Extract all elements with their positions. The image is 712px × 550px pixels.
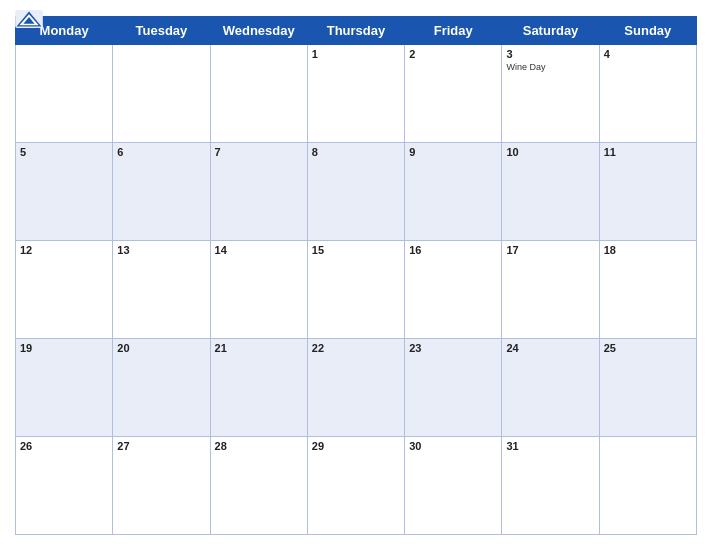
calendar-cell: 12	[16, 241, 113, 339]
calendar-cell: 18	[599, 241, 696, 339]
day-number: 2	[409, 48, 497, 60]
day-number: 18	[604, 244, 692, 256]
logo-icon	[15, 10, 43, 28]
calendar-week-row: 12131415161718	[16, 241, 697, 339]
day-number: 16	[409, 244, 497, 256]
calendar-cell: 1	[307, 45, 404, 143]
day-number: 6	[117, 146, 205, 158]
weekday-header-sunday: Sunday	[599, 17, 696, 45]
calendar-week-row: 262728293031	[16, 437, 697, 535]
calendar-week-row: 19202122232425	[16, 339, 697, 437]
calendar-cell	[113, 45, 210, 143]
weekday-header-row: MondayTuesdayWednesdayThursdayFridaySatu…	[16, 17, 697, 45]
calendar-cell: 6	[113, 143, 210, 241]
calendar-cell: 25	[599, 339, 696, 437]
day-number: 5	[20, 146, 108, 158]
calendar-cell: 20	[113, 339, 210, 437]
calendar-cell: 23	[405, 339, 502, 437]
calendar-cell: 27	[113, 437, 210, 535]
calendar-cell	[210, 45, 307, 143]
calendar-table: MondayTuesdayWednesdayThursdayFridaySatu…	[15, 16, 697, 535]
calendar-cell: 31	[502, 437, 599, 535]
calendar-cell: 17	[502, 241, 599, 339]
day-number: 23	[409, 342, 497, 354]
calendar-week-row: 567891011	[16, 143, 697, 241]
weekday-header-thursday: Thursday	[307, 17, 404, 45]
weekday-header-saturday: Saturday	[502, 17, 599, 45]
calendar-cell: 8	[307, 143, 404, 241]
calendar-cell: 2	[405, 45, 502, 143]
calendar-cell: 14	[210, 241, 307, 339]
day-number: 27	[117, 440, 205, 452]
calendar-cell: 7	[210, 143, 307, 241]
weekday-header-friday: Friday	[405, 17, 502, 45]
calendar-cell: 21	[210, 339, 307, 437]
calendar-cell	[599, 437, 696, 535]
day-number: 12	[20, 244, 108, 256]
calendar-cell: 16	[405, 241, 502, 339]
calendar-cell: 13	[113, 241, 210, 339]
calendar-cell: 22	[307, 339, 404, 437]
day-number: 10	[506, 146, 594, 158]
day-number: 22	[312, 342, 400, 354]
day-number: 11	[604, 146, 692, 158]
day-number: 21	[215, 342, 303, 354]
day-number: 4	[604, 48, 692, 60]
calendar-cell: 10	[502, 143, 599, 241]
day-number: 31	[506, 440, 594, 452]
calendar-tbody: 123Wine Day45678910111213141516171819202…	[16, 45, 697, 535]
day-number: 29	[312, 440, 400, 452]
calendar-cell: 26	[16, 437, 113, 535]
calendar-cell: 5	[16, 143, 113, 241]
day-number: 7	[215, 146, 303, 158]
day-number: 8	[312, 146, 400, 158]
calendar-thead: MondayTuesdayWednesdayThursdayFridaySatu…	[16, 17, 697, 45]
logo	[15, 10, 43, 29]
day-number: 24	[506, 342, 594, 354]
day-number: 30	[409, 440, 497, 452]
calendar-cell: 30	[405, 437, 502, 535]
day-number: 20	[117, 342, 205, 354]
calendar-cell	[16, 45, 113, 143]
calendar-wrapper: MondayTuesdayWednesdayThursdayFridaySatu…	[0, 0, 712, 550]
calendar-cell: 19	[16, 339, 113, 437]
day-number: 17	[506, 244, 594, 256]
weekday-header-tuesday: Tuesday	[113, 17, 210, 45]
day-number: 14	[215, 244, 303, 256]
calendar-week-row: 123Wine Day4	[16, 45, 697, 143]
calendar-cell: 15	[307, 241, 404, 339]
day-number: 25	[604, 342, 692, 354]
weekday-header-wednesday: Wednesday	[210, 17, 307, 45]
day-number: 9	[409, 146, 497, 158]
calendar-cell: 24	[502, 339, 599, 437]
calendar-cell: 11	[599, 143, 696, 241]
day-number: 15	[312, 244, 400, 256]
day-number: 1	[312, 48, 400, 60]
day-number: 19	[20, 342, 108, 354]
day-number: 28	[215, 440, 303, 452]
holiday-label: Wine Day	[506, 62, 594, 72]
calendar-cell: 4	[599, 45, 696, 143]
calendar-cell: 9	[405, 143, 502, 241]
day-number: 26	[20, 440, 108, 452]
calendar-cell: 28	[210, 437, 307, 535]
day-number: 13	[117, 244, 205, 256]
calendar-cell: 29	[307, 437, 404, 535]
calendar-cell: 3Wine Day	[502, 45, 599, 143]
day-number: 3	[506, 48, 594, 60]
